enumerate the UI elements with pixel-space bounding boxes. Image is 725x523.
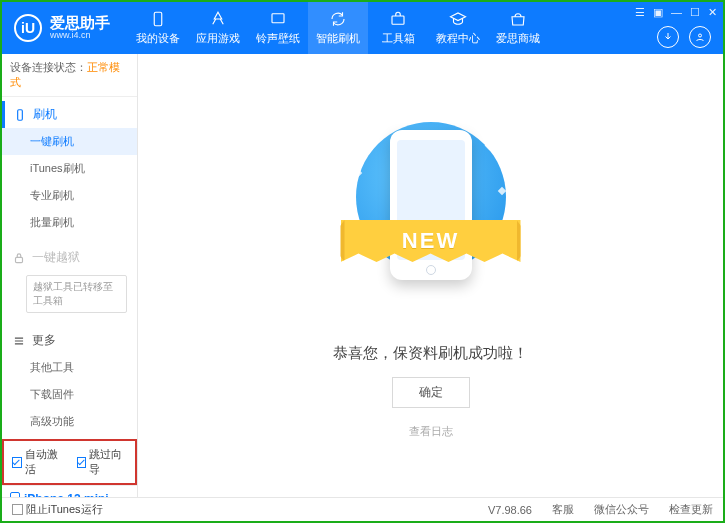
footer-wechat[interactable]: 微信公众号 xyxy=(594,502,649,517)
svg-rect-2 xyxy=(392,16,404,24)
logo-icon: iU xyxy=(14,14,42,42)
version-label: V7.98.66 xyxy=(488,504,532,516)
list-icon xyxy=(12,334,26,348)
svg-rect-0 xyxy=(154,12,162,26)
header: iU 爱思助手 www.i4.cn 我的设备 应用游戏 铃声壁纸 智能刷机 工具… xyxy=(2,2,723,54)
minimize-icon[interactable]: — xyxy=(671,6,682,19)
sidebar-item-firmware[interactable]: 下载固件 xyxy=(2,381,137,408)
phone-icon xyxy=(149,10,167,28)
footer-service[interactable]: 客服 xyxy=(552,502,574,517)
top-nav: 我的设备 应用游戏 铃声壁纸 智能刷机 工具箱 教程中心 爱思商城 xyxy=(128,2,548,54)
lock-icon xyxy=(12,251,26,265)
svg-rect-5 xyxy=(16,257,23,262)
nav-toolbox[interactable]: 工具箱 xyxy=(368,2,428,54)
brand-url: www.i4.cn xyxy=(50,31,110,41)
checkbox-auto-activate[interactable]: 自动激活 xyxy=(12,447,63,477)
sidebar-item-advanced[interactable]: 高级功能 xyxy=(2,408,137,435)
apps-icon xyxy=(209,10,227,28)
refresh-icon xyxy=(329,10,347,28)
sidebar: 设备连接状态：正常模式 刷机 一键刷机 iTunes刷机 专业刷机 批量刷机 一… xyxy=(2,54,138,497)
checkbox-skip-guide[interactable]: 跳过向导 xyxy=(77,447,128,477)
ok-button[interactable]: 确定 xyxy=(392,377,470,408)
connection-status: 设备连接状态：正常模式 xyxy=(2,54,137,97)
maximize-icon[interactable]: ☐ xyxy=(690,6,700,19)
nav-flash[interactable]: 智能刷机 xyxy=(308,2,368,54)
menu-icon[interactable]: ☰ xyxy=(635,6,645,19)
svg-rect-4 xyxy=(18,109,23,120)
sidebar-section-jailbreak: 一键越狱 xyxy=(2,244,137,271)
sidebar-item-itunes[interactable]: iTunes刷机 xyxy=(2,155,137,182)
view-log-link[interactable]: 查看日志 xyxy=(409,424,453,439)
skin-icon[interactable]: ▣ xyxy=(653,6,663,19)
store-icon xyxy=(509,10,527,28)
sidebar-item-batch[interactable]: 批量刷机 xyxy=(2,209,137,236)
brand-name: 爱思助手 xyxy=(50,15,110,32)
logo: iU 爱思助手 www.i4.cn xyxy=(2,14,122,42)
svg-point-3 xyxy=(699,34,702,37)
nav-tutorials[interactable]: 教程中心 xyxy=(428,2,488,54)
success-illustration: NEW xyxy=(341,112,521,312)
flash-options-highlighted: 自动激活 跳过向导 xyxy=(2,439,137,485)
main-content: NEW 恭喜您，保资料刷机成功啦！ 确定 查看日志 xyxy=(138,54,723,497)
wallpaper-icon xyxy=(269,10,287,28)
sidebar-item-oneclick[interactable]: 一键刷机 xyxy=(2,128,137,155)
toolbox-icon xyxy=(389,10,407,28)
nav-apps[interactable]: 应用游戏 xyxy=(188,2,248,54)
nav-store[interactable]: 爱思商城 xyxy=(488,2,548,54)
sidebar-item-othertools[interactable]: 其他工具 xyxy=(2,354,137,381)
jailbreak-note: 越狱工具已转移至工具箱 xyxy=(26,275,127,313)
footer: 阻止iTunes运行 V7.98.66 客服 微信公众号 检查更新 xyxy=(2,497,723,521)
user-button[interactable] xyxy=(689,26,711,48)
sidebar-item-pro[interactable]: 专业刷机 xyxy=(2,182,137,209)
app-window: iU 爱思助手 www.i4.cn 我的设备 应用游戏 铃声壁纸 智能刷机 工具… xyxy=(0,0,725,523)
success-message: 恭喜您，保资料刷机成功啦！ xyxy=(333,344,528,363)
device-info[interactable]: iPhone 12 mini 64GB Down-12mini-13,1 xyxy=(2,485,137,497)
checkbox-block-itunes[interactable]: 阻止iTunes运行 xyxy=(12,502,103,517)
download-button[interactable] xyxy=(657,26,679,48)
sidebar-section-more[interactable]: 更多 xyxy=(2,327,137,354)
window-sys-controls: ☰ ▣ — ☐ ✕ xyxy=(635,6,717,19)
nav-ringtone[interactable]: 铃声壁纸 xyxy=(248,2,308,54)
close-icon[interactable]: ✕ xyxy=(708,6,717,19)
nav-my-device[interactable]: 我的设备 xyxy=(128,2,188,54)
svg-rect-1 xyxy=(272,14,284,23)
footer-update[interactable]: 检查更新 xyxy=(669,502,713,517)
phone-icon xyxy=(13,108,27,122)
sidebar-section-flash[interactable]: 刷机 xyxy=(2,101,137,128)
graduation-icon xyxy=(449,10,467,28)
